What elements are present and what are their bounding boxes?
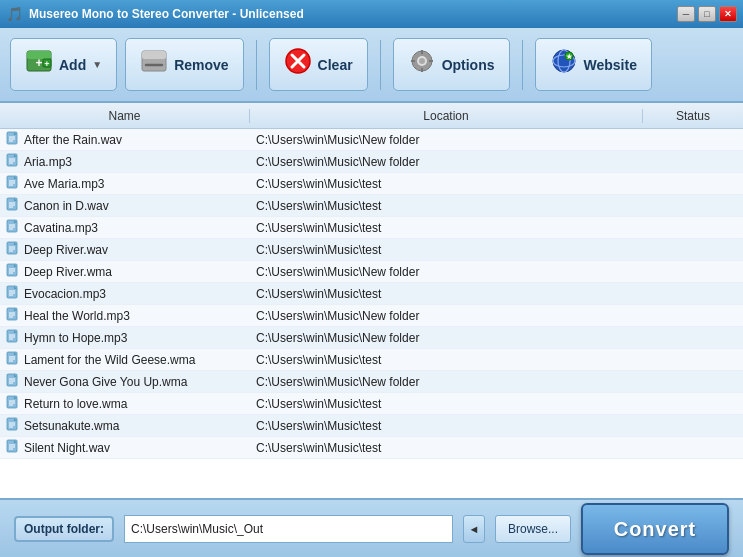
table-row[interactable]: Canon in D.wavC:\Users\win\Music\test <box>0 195 743 217</box>
remove-button[interactable]: Remove <box>125 38 243 91</box>
add-label: Add <box>59 57 86 73</box>
toolbar-separator-3 <box>522 40 523 90</box>
table-row[interactable]: Deep River.wmaC:\Users\win\Music\New fol… <box>0 261 743 283</box>
remove-icon <box>140 47 168 82</box>
file-name-cell: Setsunakute.wma <box>0 417 250 434</box>
file-name-text: Return to love.wma <box>24 397 127 411</box>
toolbar-separator-2 <box>380 40 381 90</box>
file-name-cell: Deep River.wma <box>0 263 250 280</box>
clear-label: Clear <box>318 57 353 73</box>
file-location-cell: C:\Users\win\Music\New folder <box>250 375 643 389</box>
browse-button[interactable]: Browse... <box>495 515 571 543</box>
bottom-bar: Output folder: ◄ Browse... Convert <box>0 498 743 557</box>
file-location-cell: C:\Users\win\Music\test <box>250 441 643 455</box>
audio-file-icon <box>6 307 20 324</box>
website-label: Website <box>584 57 637 73</box>
table-row[interactable]: Setsunakute.wmaC:\Users\win\Music\test <box>0 415 743 437</box>
add-button[interactable]: + + Add ▼ <box>10 38 117 91</box>
col-status-header: Status <box>643 109 743 123</box>
app-icon: 🎵 <box>6 6 23 22</box>
table-row[interactable]: After the Rain.wavC:\Users\win\Music\New… <box>0 129 743 151</box>
file-name-cell: Return to love.wma <box>0 395 250 412</box>
svg-rect-6 <box>142 51 166 59</box>
add-dropdown-arrow: ▼ <box>92 59 102 70</box>
path-arrow-button[interactable]: ◄ <box>463 515 485 543</box>
svg-rect-16 <box>411 60 415 62</box>
file-name-cell: Ave Maria.mp3 <box>0 175 250 192</box>
file-list: After the Rain.wavC:\Users\win\Music\New… <box>0 129 743 498</box>
file-name-cell: Deep River.wav <box>0 241 250 258</box>
file-name-text: Lament for the Wild Geese.wma <box>24 353 195 367</box>
svg-rect-17 <box>429 60 433 62</box>
remove-label: Remove <box>174 57 228 73</box>
audio-file-icon <box>6 373 20 390</box>
table-row[interactable]: Never Gona Give You Up.wmaC:\Users\win\M… <box>0 371 743 393</box>
app-title: Musereo Mono to Stereo Converter - Unlic… <box>29 7 304 21</box>
svg-text:+: + <box>35 56 42 70</box>
table-row[interactable]: Ave Maria.mp3C:\Users\win\Music\test <box>0 173 743 195</box>
audio-file-icon <box>6 285 20 302</box>
convert-button[interactable]: Convert <box>581 503 729 555</box>
file-name-cell: Silent Night.wav <box>0 439 250 456</box>
output-path-input[interactable] <box>124 515 453 543</box>
svg-text:+: + <box>44 59 49 69</box>
audio-file-icon <box>6 175 20 192</box>
table-row[interactable]: Cavatina.mp3C:\Users\win\Music\test <box>0 217 743 239</box>
website-icon: ★ <box>550 47 578 82</box>
audio-file-icon <box>6 153 20 170</box>
output-folder-label: Output folder: <box>14 516 114 542</box>
svg-rect-14 <box>421 50 423 54</box>
options-icon <box>408 47 436 82</box>
audio-file-icon <box>6 417 20 434</box>
minimize-button[interactable]: ─ <box>677 6 695 22</box>
file-location-cell: C:\Users\win\Music\test <box>250 287 643 301</box>
col-location-header: Location <box>250 109 643 123</box>
file-name-cell: Canon in D.wav <box>0 197 250 214</box>
options-label: Options <box>442 57 495 73</box>
file-name-text: Ave Maria.mp3 <box>24 177 104 191</box>
close-button[interactable]: ✕ <box>719 6 737 22</box>
maximize-button[interactable]: □ <box>698 6 716 22</box>
file-name-text: Aria.mp3 <box>24 155 72 169</box>
file-name-cell: Cavatina.mp3 <box>0 219 250 236</box>
file-location-cell: C:\Users\win\Music\test <box>250 397 643 411</box>
file-name-cell: Evocacion.mp3 <box>0 285 250 302</box>
table-row[interactable]: Deep River.wavC:\Users\win\Music\test <box>0 239 743 261</box>
audio-file-icon <box>6 395 20 412</box>
title-bar-controls: ─ □ ✕ <box>677 6 737 22</box>
audio-file-icon <box>6 241 20 258</box>
table-row[interactable]: Evocacion.mp3C:\Users\win\Music\test <box>0 283 743 305</box>
file-name-text: Setsunakute.wma <box>24 419 119 433</box>
table-row[interactable]: Hymn to Hope.mp3C:\Users\win\Music\New f… <box>0 327 743 349</box>
audio-file-icon <box>6 131 20 148</box>
main-area: Name Location Status After the Rain.wavC… <box>0 103 743 498</box>
clear-icon <box>284 47 312 82</box>
table-row[interactable]: Aria.mp3C:\Users\win\Music\New folder <box>0 151 743 173</box>
file-location-cell: C:\Users\win\Music\New folder <box>250 133 643 147</box>
file-location-cell: C:\Users\win\Music\test <box>250 419 643 433</box>
table-row[interactable]: Return to love.wmaC:\Users\win\Music\tes… <box>0 393 743 415</box>
file-name-cell: Lament for the Wild Geese.wma <box>0 351 250 368</box>
audio-file-icon <box>6 219 20 236</box>
clear-button[interactable]: Clear <box>269 38 368 91</box>
svg-text:★: ★ <box>566 53 573 60</box>
table-row[interactable]: Silent Night.wavC:\Users\win\Music\test <box>0 437 743 459</box>
file-name-text: Deep River.wav <box>24 243 108 257</box>
svg-rect-15 <box>421 68 423 72</box>
file-name-text: Hymn to Hope.mp3 <box>24 331 127 345</box>
file-name-text: After the Rain.wav <box>24 133 122 147</box>
toolbar: + + Add ▼ Remove Clear <box>0 28 743 103</box>
table-row[interactable]: Heal the World.mp3C:\Users\win\Music\New… <box>0 305 743 327</box>
audio-file-icon <box>6 329 20 346</box>
file-location-cell: C:\Users\win\Music\New folder <box>250 265 643 279</box>
svg-point-13 <box>419 58 425 64</box>
website-button[interactable]: ★ Website <box>535 38 652 91</box>
options-button[interactable]: Options <box>393 38 510 91</box>
file-name-text: Silent Night.wav <box>24 441 110 455</box>
file-location-cell: C:\Users\win\Music\test <box>250 177 643 191</box>
file-list-header: Name Location Status <box>0 103 743 129</box>
file-location-cell: C:\Users\win\Music\test <box>250 199 643 213</box>
table-row[interactable]: Lament for the Wild Geese.wmaC:\Users\wi… <box>0 349 743 371</box>
file-name-text: Evocacion.mp3 <box>24 287 106 301</box>
file-location-cell: C:\Users\win\Music\test <box>250 353 643 367</box>
